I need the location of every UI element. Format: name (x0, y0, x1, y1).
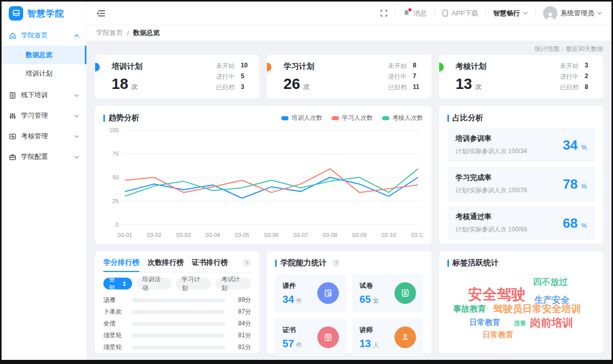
breadcrumb-parent[interactable]: 学院首页 (96, 28, 123, 38)
chevron-down-icon (74, 114, 79, 118)
capability-unit: 人 (373, 341, 379, 350)
legend-swatch (382, 116, 389, 120)
sliders-icon (9, 112, 16, 120)
stat-card-assessment-plan: 考核计划 13 次 未开始3 进行中2 已归档8 (439, 55, 603, 98)
capability-tile-exam-paper: 试卷 65 套 (352, 274, 423, 312)
sidebar-item-data-overview[interactable]: 数据总览 (2, 46, 86, 64)
sidebar-item-assessment-management[interactable]: 考核管理 (2, 126, 86, 147)
legend-item[interactable]: 学习人次数 (332, 114, 373, 122)
tag-cloud-item[interactable]: 四不放过 (533, 276, 568, 288)
sidebar-item-academy-config[interactable]: 学院配置 (2, 147, 86, 167)
x-axis-tick: 03-11 (411, 232, 423, 238)
tag-cloud-item[interactable]: 事故教育 (453, 304, 486, 315)
ranking-row: 卜承欢 87分 (103, 306, 251, 318)
filter-all[interactable]: 全部 (103, 278, 132, 289)
user-menu[interactable]: 系统管理员 (543, 6, 602, 21)
y-axis-tick: 75 (113, 151, 119, 157)
sidebar-item-label: 线下培训 (21, 90, 48, 100)
capability-unit: 件 (296, 297, 302, 305)
tag-cloud-item[interactable]: 日常教育 (470, 318, 500, 327)
tag-cloud-item[interactable]: 安全驾驶 (468, 285, 526, 304)
legend-item[interactable]: 培训人次数 (281, 114, 322, 122)
capability-value: 65 (359, 294, 371, 305)
rank-name: 汤雁 (103, 296, 130, 304)
help-icon[interactable]: ? (332, 259, 340, 267)
ratio-tile-assessment: 考核通过率 计划/实际参训人次 100/68 68 % (447, 206, 595, 240)
phone-icon (442, 9, 448, 17)
filter-training-activity[interactable]: 培训活动 (136, 278, 172, 289)
tag-cloud-item[interactable]: 岗前培训 (530, 316, 573, 330)
rank-score: 84分 (231, 319, 251, 328)
avatar (543, 6, 557, 21)
chart-legend: 培训人次数 学习人次数 考核人次数 (281, 114, 423, 122)
rank-bar (132, 298, 225, 302)
app-download-label: APP下载 (452, 9, 478, 18)
tag-cloud-item[interactable]: 违章 (514, 319, 526, 328)
rank-score: 87分 (231, 307, 251, 316)
sidebar-item-study-management[interactable]: 学习管理 (2, 105, 86, 126)
status-label: 进行中 (560, 72, 579, 81)
sidebar-subitem-label: 培训计划 (26, 69, 52, 78)
x-axis-tick: 03-10 (382, 232, 396, 238)
user-name: 系统管理员 (561, 9, 594, 18)
tag-cloud-item[interactable]: 日常教育 (483, 330, 514, 340)
app-download-button[interactable]: APP下载 (442, 9, 478, 18)
chevron-down-icon (74, 155, 79, 159)
ratio-tile-training: 培训参训率 计划/实际参训人次 100/34 34 % (447, 128, 595, 162)
filter-label: 全部 (109, 275, 121, 293)
stat-card-training-plan: 培训计划 18 次 未开始10 进行中5 已归档3 (95, 55, 259, 98)
capability-tile-instructor: 讲师 13 人 (352, 318, 423, 356)
ratio-analysis-panel: 占比分析 培训参训率 计划/实际参训人次 100/34 34 % 学习完成率 计… (439, 106, 603, 244)
title-accent-bar (103, 115, 105, 122)
tag-cloud-item[interactable]: 驾驶员日常安全培训 (493, 302, 581, 316)
tab-credit-ranking[interactable]: 学分排行榜 (103, 258, 139, 272)
ranking-row: 须坚轮 81分 (103, 341, 251, 353)
messages-button[interactable]: 消息 (403, 9, 427, 18)
x-axis-tick: 03-02 (147, 232, 161, 238)
org-name: 智慧畅行 (493, 9, 520, 18)
top-bar: 消息 APP下载 智慧畅行 (87, 2, 611, 25)
status-value: 7 (413, 72, 422, 81)
stat-card-unit: 次 (131, 82, 138, 92)
filter-exam-plan[interactable]: 考试计划 (215, 278, 251, 289)
rank-bar (132, 334, 225, 338)
tab-certificate-ranking[interactable]: 证书排行榜 (192, 258, 228, 272)
divider (434, 9, 435, 17)
legend-item[interactable]: 考核人次数 (382, 114, 423, 122)
pulse-chart-icon (9, 133, 16, 140)
messages-label: 消息 (413, 9, 427, 18)
ranking-row: 须坚轮 81分 (103, 330, 251, 341)
chevron-down-icon (597, 11, 602, 15)
sidebar-item-offline-training[interactable]: 线下培训 (2, 85, 86, 105)
notification-dot (408, 8, 411, 11)
sidebar-item-training-plan[interactable]: 培训计划 (2, 64, 86, 83)
status-value: 8 (413, 62, 422, 70)
sidebar-item-academy-home[interactable]: 学院首页 (2, 25, 86, 46)
ranking-row: 汤雁 89分 (103, 294, 251, 306)
ratio-value: 78 (563, 176, 578, 192)
legend-label: 考核人次数 (392, 114, 423, 122)
status-label: 已归档 (560, 83, 579, 92)
collapse-sidebar-icon[interactable] (96, 9, 105, 17)
sidebar-item-label: 学院首页 (21, 31, 48, 40)
status-value: 3 (585, 62, 594, 70)
stat-card-unit: 次 (475, 82, 482, 92)
filter-study-plan[interactable]: 学习计划 (176, 278, 211, 289)
sidebar: 智慧学院 学院首页 数据总览 培训计划 (2, 2, 87, 360)
capability-panel: 学院能力统计 ? 课件 34 件 (267, 251, 431, 353)
rank-name: 须坚轮 (103, 343, 130, 352)
help-icon[interactable]: ? (242, 259, 251, 267)
status-value: 10 (241, 62, 250, 70)
capability-label: 证书 (282, 325, 302, 335)
title-accent-bar (275, 260, 277, 267)
fullscreen-icon[interactable] (380, 9, 388, 17)
instructor-icon (394, 326, 416, 348)
status-label: 已归档 (388, 83, 407, 92)
rank-score: 89分 (231, 296, 251, 304)
tab-count-ranking[interactable]: 次数排行榜 (148, 258, 184, 272)
stats-range-note: 统计范围：最近30天数据 (95, 44, 603, 54)
ratio-value: 68 (563, 215, 578, 231)
ratio-sub: 计划/实际参训人次 100/34 (456, 147, 527, 156)
ranking-row: 全倩 84分 (103, 318, 251, 330)
org-switcher[interactable]: 智慧畅行 (493, 9, 528, 18)
